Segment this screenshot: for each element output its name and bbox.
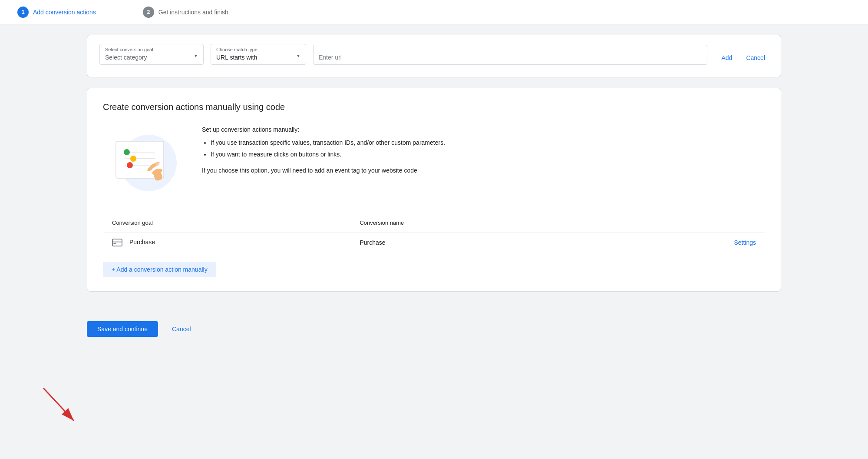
url-field-group — [313, 45, 707, 65]
match-value: URL starts with — [216, 54, 296, 61]
top-nav-bar: 1 Add conversion actions 2 Get instructi… — [0, 0, 868, 24]
bullet-2: If you want to measure clicks on buttons… — [211, 150, 765, 159]
svg-point-6 — [130, 156, 136, 162]
table-row: Purchase Purchase Settings — [103, 233, 765, 253]
form-action-buttons: Add Cancel — [718, 51, 769, 65]
goal-label: Select conversion goal — [105, 47, 153, 52]
conversion-table: Conversion goal Conversion name — [103, 213, 765, 253]
main-card: Create conversion actions manually using… — [87, 88, 781, 292]
bullet-1: If you use transaction specific values, … — [211, 138, 765, 147]
svg-point-5 — [124, 149, 130, 155]
url-input[interactable] — [319, 54, 702, 61]
save-continue-button[interactable]: Save and continue — [87, 321, 158, 337]
col-header-goal: Conversion goal — [103, 213, 351, 233]
top-card-content: Select conversion goal Select category ▼… — [87, 35, 781, 77]
purchase-icon — [112, 239, 122, 246]
goal-placeholder: Select category — [105, 54, 194, 61]
step-2-item: 2 Get instructions and finish — [136, 0, 235, 24]
top-card: Select conversion goal Select category ▼… — [87, 35, 781, 77]
add-manual-button[interactable]: + Add a conversion action manually — [103, 262, 216, 277]
main-card-content: Create conversion actions manually using… — [87, 88, 781, 291]
table-body: Purchase Purchase Settings — [103, 233, 765, 253]
name-value: Purchase — [360, 239, 385, 246]
step-divider — [106, 12, 132, 12]
main-card-title: Create conversion actions manually using… — [103, 102, 765, 112]
instructions-text: Set up conversion actions manually: If y… — [202, 126, 765, 175]
goal-value: Purchase — [129, 239, 155, 246]
goal-cell: Purchase — [103, 233, 351, 253]
settings-link[interactable]: Settings — [734, 239, 756, 246]
svg-rect-14 — [112, 241, 122, 243]
step-1-item: 1 Add conversion actions — [10, 0, 103, 24]
code-illustration — [103, 126, 181, 196]
step-2-circle: 2 — [143, 7, 154, 18]
page-content: Select conversion goal Select category ▼… — [0, 24, 868, 313]
cancel-form-button[interactable]: Cancel — [743, 51, 769, 65]
form-row: Select conversion goal Select category ▼… — [99, 44, 769, 65]
col-header-name: Conversion name — [351, 213, 603, 233]
step-2-label: Get instructions and finish — [158, 9, 228, 16]
settings-cell: Settings — [603, 233, 765, 253]
goal-dropdown-arrow: ▼ — [194, 53, 198, 58]
cancel-bottom-button[interactable]: Cancel — [165, 321, 198, 337]
illustration-svg — [103, 126, 181, 196]
col-header-action — [603, 213, 765, 233]
match-label: Choose match type — [216, 47, 257, 52]
step-1-circle: 1 — [17, 7, 29, 18]
instructions-title: Set up conversion actions manually: — [202, 126, 765, 133]
add-button[interactable]: Add — [718, 51, 736, 65]
svg-rect-15 — [113, 243, 116, 244]
instructions-list: If you use transaction specific values, … — [202, 138, 765, 159]
svg-point-7 — [127, 162, 133, 168]
url-field-wrapper — [313, 45, 707, 65]
match-type-group: Choose match type URL starts with ▼ — [211, 44, 306, 65]
step-1-label: Add conversion actions — [33, 9, 96, 16]
match-type-field[interactable]: Choose match type URL starts with ▼ — [211, 44, 306, 65]
bottom-bar: Save and continue Cancel — [0, 313, 868, 346]
name-cell: Purchase — [351, 233, 603, 253]
table-header: Conversion goal Conversion name — [103, 213, 765, 233]
illustration-row: Set up conversion actions manually: If y… — [103, 126, 765, 196]
match-dropdown-arrow: ▼ — [296, 53, 300, 58]
select-goal-group: Select conversion goal Select category ▼ — [99, 44, 204, 65]
select-goal-field[interactable]: Select conversion goal Select category ▼ — [99, 44, 204, 65]
instructions-note: If you choose this option, you will need… — [202, 166, 765, 175]
